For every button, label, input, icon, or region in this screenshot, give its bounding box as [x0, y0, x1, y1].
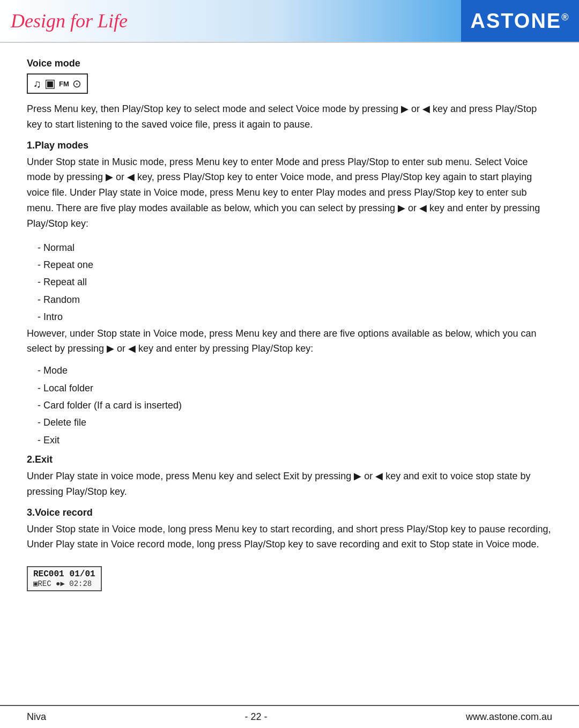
- play-modes-section: 1.Play modes Under Stop state in Music m…: [27, 140, 552, 449]
- recycle-icon: [72, 77, 81, 90]
- footer-product-name: Niva: [27, 711, 46, 723]
- exit-heading: 2.Exit: [27, 454, 552, 465]
- list-item: - Intro: [38, 308, 552, 325]
- company-logo: ASTONE®: [471, 10, 570, 33]
- list-item: - Card folder (If a card is inserted): [38, 397, 552, 414]
- lcd-line1: REC001 01/01: [33, 569, 95, 579]
- footer-website: www.astone.com.au: [466, 711, 552, 723]
- brand-slogan-area: Design for Life: [0, 0, 461, 42]
- exit-text: Under Play state in voice mode, press Me…: [27, 469, 552, 500]
- page-footer: Niva - 22 - www.astone.com.au: [0, 705, 579, 728]
- lcd-track-count: 01/01: [70, 569, 95, 579]
- list-item: - Mode: [38, 362, 552, 379]
- list-item: - Repeat all: [38, 273, 552, 291]
- voice-mode-label: Voice mode: [27, 58, 552, 69]
- footer-page-number: - 22 -: [244, 711, 267, 723]
- voice-record-section: 3.Voice record Under Stop state in Voice…: [27, 507, 552, 592]
- list-item: - Random: [38, 291, 552, 308]
- voice-record-text: Under Stop state in Voice mode, long pre…: [27, 522, 552, 553]
- play-modes-heading: 1.Play modes: [27, 140, 552, 151]
- voice-mode-icon-bar: FM: [27, 73, 88, 94]
- lcd-line2: ▣REC ●▶ 02:28: [33, 579, 95, 588]
- voice-mode-intro: Press Menu key, then Play/Stop key to se…: [27, 101, 552, 132]
- play-modes-description: Under Stop state in Music mode, press Me…: [27, 154, 552, 232]
- voice-mode-section: Voice mode FM Press Menu key, then Play/…: [27, 58, 552, 132]
- company-logo-area: ASTONE®: [461, 0, 579, 42]
- list-item: - Repeat one: [38, 256, 552, 273]
- fm-icon: FM: [59, 80, 69, 88]
- main-content: Voice mode FM Press Menu key, then Play/…: [0, 53, 579, 607]
- page-header: Design for Life ASTONE®: [0, 0, 579, 43]
- lcd-display: REC001 01/01 ▣REC ●▶ 02:28: [27, 566, 102, 591]
- stop-state-text: However, under Stop state in Voice mode,…: [27, 326, 552, 357]
- brand-slogan: Design for Life: [11, 10, 128, 32]
- stop-state-options-list: - Mode - Local folder - Card folder (If …: [27, 362, 552, 449]
- rec-icon: [44, 77, 56, 91]
- play-modes-list: - Normal - Repeat one - Repeat all - Ran…: [27, 239, 552, 326]
- list-item: - Exit: [38, 432, 552, 449]
- music-icon: [33, 78, 41, 90]
- voice-record-heading: 3.Voice record: [27, 507, 552, 518]
- lcd-rec-number: REC001: [33, 569, 64, 579]
- list-item: - Delete file: [38, 414, 552, 431]
- exit-section: 2.Exit Under Play state in voice mode, p…: [27, 454, 552, 500]
- list-item: - Normal: [38, 239, 552, 256]
- list-item: - Local folder: [38, 380, 552, 397]
